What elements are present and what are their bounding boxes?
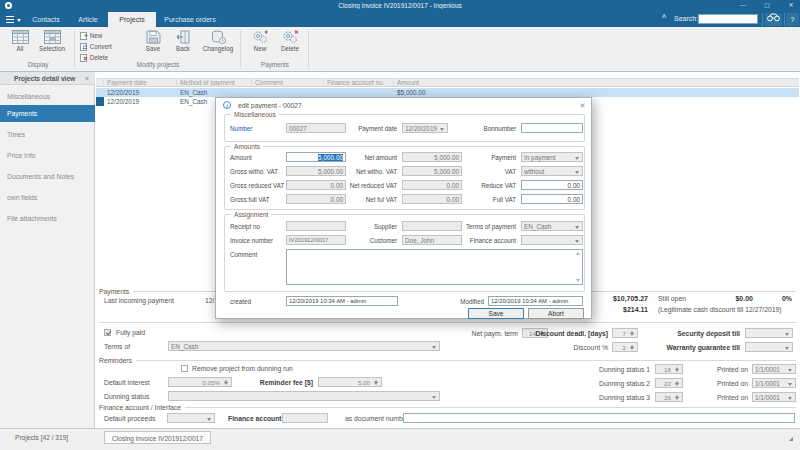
sidebar-item-file-attachments[interactable]: File attachments [0,210,95,227]
payment-delete-button[interactable]: Delete [275,29,305,60]
col-amount[interactable]: Amount [394,78,799,87]
dunning1-stepper[interactable]: 18 [655,364,683,374]
terms-of-payment-select[interactable]: EN_Cash [521,221,583,231]
tab-projects-list[interactable]: Projects [42 / 319] [8,431,75,444]
sidebar-item-times[interactable]: Times [0,126,95,143]
sidebar-item-miscellaneous[interactable]: Miscellaneous [0,88,95,105]
col-comment[interactable]: Comment [252,78,324,87]
project-new-button[interactable]: New [80,31,132,41]
search-input[interactable] [698,14,758,24]
finance-account-field[interactable] [282,413,328,423]
sidebar-item-own-fields[interactable]: own fields [0,189,95,206]
as-doc-field[interactable] [403,413,795,423]
payment-date-picker[interactable]: 12/20/2019 [402,123,448,133]
payment-select[interactable]: In payment [521,152,583,162]
display-all-button[interactable]: All [7,29,33,60]
net-paym-label: Net paym. term [430,330,518,337]
bonnumber-field[interactable] [521,123,583,133]
finance-account-select[interactable] [521,235,583,245]
cell-payment-date[interactable]: 12/20/2019 [104,97,177,106]
maximize-button[interactable]: ▢ [760,0,774,11]
save-button[interactable]: Save [139,29,167,60]
dunning-status-select[interactable] [168,391,440,401]
as-doc-label: as document number [345,415,409,422]
floppy-save-icon [146,30,161,44]
project-convert-button[interactable]: Convert [80,42,132,52]
security-deposit-select[interactable] [745,328,793,338]
tab-article[interactable]: Article [70,12,106,27]
receipt-no-label: Receipt no [230,223,260,230]
minimize-button[interactable]: — [736,0,750,11]
corner-expander-icon[interactable] [789,437,793,441]
tab-projects[interactable]: Projects [108,12,156,27]
search-binoculars-button[interactable] [765,13,782,26]
col-payment-date[interactable]: Payment date [104,78,177,87]
invoice-number-label: Invoice number [230,237,273,244]
discount-deadl-stepper[interactable]: 7 [612,328,638,338]
modified-label: Modified [414,298,484,305]
comment-textarea[interactable] [286,249,583,285]
discount-pct-stepper[interactable]: 2 [612,342,638,352]
terms-of-select[interactable]: EN_Cash [168,341,440,351]
amount-field[interactable]: 5,000.00 [286,152,346,162]
cell-amount[interactable]: $5,000.00 [394,88,494,97]
net-reduced-field[interactable]: 0.00 [402,180,462,190]
changelog-button[interactable]: Changelog [199,29,237,60]
number-field[interactable]: 00027 [286,123,346,133]
remove-dunning-checkbox[interactable] [181,365,188,372]
gross-reduced-field[interactable]: 0.00 [286,180,346,190]
still-open-label: Still open [658,295,686,302]
abort-button[interactable]: Abort [528,308,584,319]
dialog-title: edit payment - 00027 [238,102,302,109]
sidebar-collapse-icon[interactable]: « [85,72,95,85]
display-selection-button[interactable]: Selection [36,29,68,60]
receipt-no-field[interactable] [286,221,346,231]
sidebar-item-price-info[interactable]: Price info [0,147,95,164]
dunning1-label: Dunning status 1 [585,366,650,373]
cell-payment-date[interactable]: 12/20/2019 [104,88,177,97]
dunning2-stepper[interactable]: 22 [655,378,683,388]
section-reminders: Reminders [99,356,796,364]
default-interest-stepper[interactable]: 0.05% [168,377,232,387]
close-button[interactable]: ✕ [784,0,798,11]
dialog-close-button[interactable]: ✕ [576,100,589,111]
net-amount-field[interactable]: 5,000.00 [402,152,462,162]
gears-new-icon [252,30,268,44]
tab-contacts[interactable]: Contacts [24,12,68,27]
payment-new-button[interactable]: New [247,29,273,60]
cell-method[interactable]: EN_Cash [177,88,252,97]
percent-value: 0% [764,295,792,302]
printed-on-2-select[interactable]: 1/1/0001 [752,378,796,388]
number-label: Number [230,125,252,132]
vat-select[interactable]: without [521,166,583,176]
titlebar: Closing invoice IV201912/0017 - Ingeniou… [0,0,800,12]
col-method-of-payment[interactable]: Method of payment [177,78,252,87]
back-button[interactable]: Back [169,29,197,60]
net-full-field[interactable]: 0.00 [402,194,462,204]
tab-purchase-orders[interactable]: Purchase orders [158,12,222,27]
discount-deadl-label: Discount deadl. [days] [528,330,608,337]
full-vat-field[interactable]: 0.00 [521,194,583,204]
net-witho-field[interactable]: 5,000.00 [402,166,462,176]
warranty-select[interactable] [745,342,793,352]
tab-closing-invoice[interactable]: Closing invoice IV201912/0017 [104,431,211,444]
dunning3-stepper[interactable]: 26 [655,392,683,402]
col-finance-account-no[interactable]: Finance account no. [324,78,394,87]
ribbon-collapse-icon[interactable]: ^ [662,14,666,21]
default-proceeds-select[interactable] [167,413,215,423]
printed-on-3-select[interactable]: 1/1/0001 [752,392,796,402]
sidebar-item-documents[interactable]: Documents and Notes [0,168,95,185]
help-button[interactable]: ? [786,13,799,26]
printed-on-1-select[interactable]: 1/1/0001 [752,364,796,374]
net-reduced-label: Net reduced VAT [348,182,397,189]
gross-full-field[interactable]: 0.00 [286,194,346,204]
bonnumber-label: Bonnumber [466,125,516,132]
sidebar-item-payments[interactable]: Payments [0,105,95,122]
invoice-number-field[interactable]: IV201912/0017 [286,235,346,245]
reminder-fee-stepper[interactable]: 5.00 [318,377,382,387]
save-button[interactable]: Save [468,308,524,319]
file-menu-button[interactable] [4,14,22,26]
fully-paid-checkbox[interactable] [104,329,111,336]
reduce-vat-field[interactable]: 0.00 [521,180,583,190]
gross-witho-field[interactable]: 5,000.00 [286,166,346,176]
